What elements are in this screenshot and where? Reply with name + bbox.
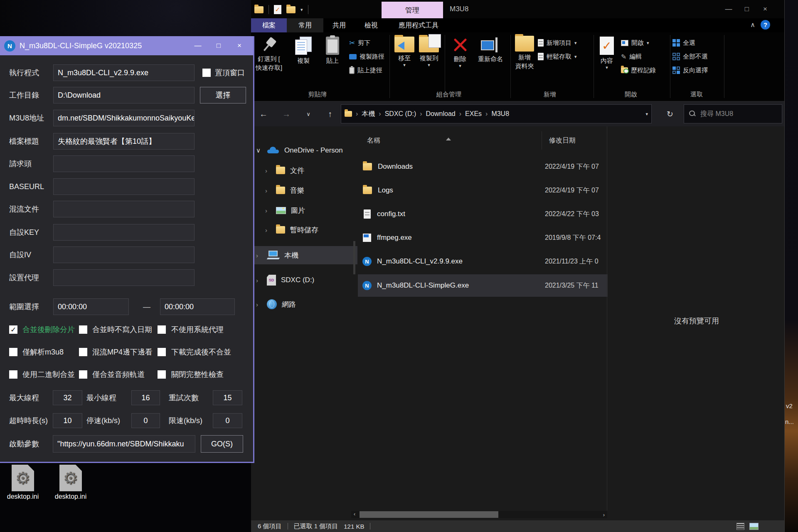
easy-access-button[interactable]: 輕鬆存取 ▾ [538, 51, 577, 62]
sidebar-item-onedrive[interactable]: ∨ OneDrive - Person [256, 142, 343, 159]
scroll-left-icon[interactable]: › [351, 512, 358, 518]
app-close-button[interactable]: × [229, 36, 250, 55]
table-row[interactable]: Downloads 2022/4/19 下午 07 [358, 156, 607, 177]
history-button[interactable]: 歷程記錄 [621, 65, 656, 76]
tab-view[interactable]: 檢視 [355, 18, 387, 32]
no-proxy-checkbox[interactable] [158, 325, 166, 334]
qat-folder-icon[interactable] [254, 6, 264, 13]
breadcrumb-m3u8[interactable]: M3U8 [491, 110, 509, 118]
go-button[interactable]: GO(S) [201, 435, 243, 453]
sidebar-item-sdxc-drive[interactable]: › SDXC (D:) [256, 272, 314, 288]
sidebar-item-network[interactable]: › 網路 [256, 296, 296, 313]
select-all-button[interactable]: 全選 [672, 37, 695, 48]
scroll-right-icon[interactable]: › [601, 512, 607, 518]
chevron-right-icon[interactable]: › [265, 207, 271, 214]
min-threads-input[interactable]: 16 [131, 390, 160, 405]
parse-only-checkbox[interactable] [9, 348, 17, 356]
preview-pane-divider[interactable] [607, 126, 607, 511]
chevron-right-icon[interactable]: › [256, 301, 262, 308]
desktop-icon-desktop-ini[interactable]: desktop.ini [0, 465, 46, 500]
headers-input[interactable] [53, 155, 195, 172]
retry-count-input[interactable]: 15 [213, 390, 242, 405]
max-threads-input[interactable]: 32 [53, 390, 82, 405]
address-dropdown-icon[interactable]: ▾ [645, 111, 648, 117]
minimize-button[interactable]: — [719, 0, 738, 18]
table-row[interactable]: Logs 2022/4/19 下午 07 [358, 180, 607, 201]
scrollbar-thumb[interactable] [360, 511, 498, 518]
column-header-date[interactable]: 修改日期 [549, 136, 576, 145]
up-icon[interactable]: ↑ [322, 101, 338, 126]
qat-dropdown-icon[interactable]: ▾ [300, 7, 303, 12]
custom-iv-input[interactable] [53, 246, 195, 263]
baseurl-input[interactable] [53, 178, 195, 195]
forward-icon[interactable]: → [278, 101, 295, 126]
tab-file[interactable]: 檔案 [251, 18, 287, 32]
range-from-input[interactable]: 00:00:00 [53, 298, 129, 315]
chevron-down-icon[interactable]: ∨ [256, 147, 262, 154]
close-button[interactable]: × [756, 0, 774, 18]
back-icon[interactable]: ← [255, 101, 272, 126]
sidebar-item-documents[interactable]: › 文件 [265, 162, 304, 179]
recent-locations-icon[interactable]: ∨ [300, 101, 317, 126]
proxy-input[interactable] [53, 269, 195, 286]
timeout-input[interactable]: 10 [53, 413, 82, 428]
column-divider[interactable] [542, 131, 542, 150]
edit-button[interactable]: ✎ 編輯 [621, 51, 642, 62]
horizontal-scrollbar[interactable]: › › [351, 511, 607, 518]
no-integrity-check-checkbox[interactable] [158, 370, 166, 379]
help-icon[interactable]: ? [761, 20, 770, 30]
column-header-name[interactable]: 名稱 [367, 136, 380, 145]
sidebar-item-temp-storage[interactable]: › 暫時儲存 [265, 222, 318, 238]
app-minimize-button[interactable]: — [187, 36, 208, 55]
cut-button[interactable]: ✂ 剪下 [349, 37, 370, 48]
choose-button[interactable]: 選擇 [200, 87, 246, 103]
speed-limit-input[interactable]: 0 [213, 413, 242, 428]
range-to-input[interactable]: 00:00:00 [160, 298, 235, 315]
mux-file-input[interactable] [53, 201, 195, 217]
qat-folder2-icon[interactable] [286, 6, 296, 13]
no-date-checkbox[interactable] [79, 325, 87, 334]
paste-button[interactable]: 貼上 [310, 37, 355, 65]
m3u8-url-input[interactable]: dm.net/SBDM/ShikkakumonnoSaikyouKenja10.… [53, 110, 195, 126]
table-row[interactable]: ffmpeg.exe 2019/9/8 下午 07:4 [358, 227, 607, 249]
desktop-icon-desktop-ini[interactable]: desktop.ini [48, 465, 94, 500]
del-after-merge-checkbox[interactable] [9, 325, 17, 334]
collapse-ribbon-icon[interactable]: ∧ [750, 21, 755, 29]
table-row-selected[interactable]: N_m3u8DL-CLI-SimpleG.exe 2021/3/25 下午 11 [358, 274, 608, 297]
breadcrumb-download[interactable]: Download [426, 110, 456, 118]
select-none-button[interactable]: 全部不選 [672, 51, 708, 62]
topmost-checkbox[interactable] [202, 69, 211, 77]
launch-args-input[interactable]: "https://yun.66dm.net/SBDM/Shikkaku [53, 435, 195, 453]
exe-input[interactable]: N_m3u8DL-CLI_v2.9.9.exe [53, 64, 195, 81]
binary-merge-checkbox[interactable] [9, 370, 17, 379]
tab-app-tools[interactable]: 應用程式工具 [387, 18, 450, 32]
workdir-input[interactable]: D:\Download [53, 87, 195, 103]
sidebar-item-pictures[interactable]: › 圖片 [265, 202, 305, 219]
filename-input[interactable]: 失格紋的最強賢者【第10話】 [53, 133, 195, 150]
chevron-right-icon[interactable]: › [265, 187, 271, 194]
table-row[interactable]: config.txt 2022/4/22 下午 03 [358, 203, 607, 225]
thumbnail-view-icon[interactable] [749, 523, 759, 530]
sidebar-scrollbar[interactable] [353, 241, 355, 274]
maximize-button[interactable]: □ [738, 0, 756, 18]
search-box[interactable]: 搜尋 M3U8 [684, 104, 782, 123]
details-view-icon[interactable] [736, 523, 744, 530]
mux-while-dl-checkbox[interactable] [79, 348, 87, 356]
breadcrumb-this-pc[interactable]: 本機 [362, 110, 375, 118]
chevron-right-icon[interactable]: › [265, 167, 271, 174]
audio-only-checkbox[interactable] [79, 370, 87, 379]
sidebar-item-this-pc[interactable]: › 本機 [256, 247, 298, 264]
open-button[interactable]: 開啟 ▾ [621, 37, 649, 48]
chevron-right-icon[interactable]: › [256, 277, 262, 284]
manage-contextual-tab[interactable]: 管理 [382, 2, 443, 18]
new-item-button[interactable]: 新增項目 ▾ [538, 37, 577, 48]
breadcrumb-drive[interactable]: SDXC (D:) [385, 110, 416, 118]
breadcrumb[interactable]: › 本機 › SDXC (D:) › Download › EXEs › M3U… [341, 104, 652, 123]
sort-ascending-icon[interactable] [446, 131, 451, 138]
refresh-icon[interactable]: ↻ [660, 101, 680, 126]
no-merge-checkbox[interactable] [158, 348, 166, 356]
tab-home[interactable]: 常用 [287, 18, 323, 32]
chevron-right-icon[interactable]: › [265, 227, 271, 234]
stop-speed-input[interactable]: 0 [131, 413, 160, 428]
custom-key-input[interactable] [53, 224, 195, 241]
